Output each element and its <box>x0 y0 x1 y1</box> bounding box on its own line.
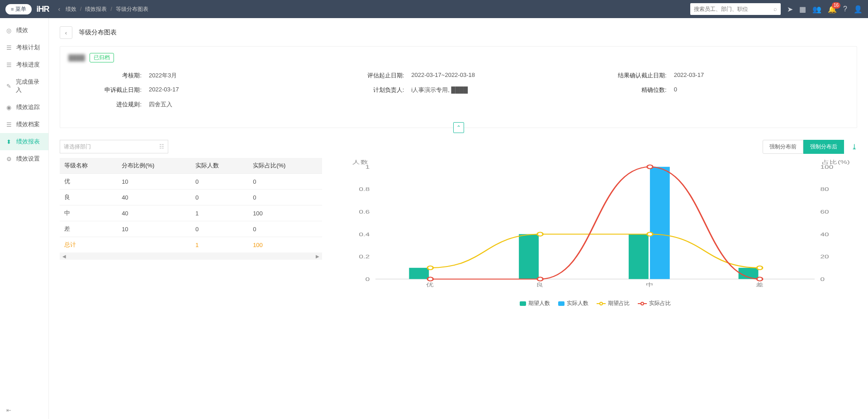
nav-icon: ◉ <box>6 104 13 111</box>
sidebar-item-label: 绩效档案 <box>16 120 40 129</box>
scroll-right-icon[interactable]: ▶ <box>316 254 319 259</box>
chart-point <box>427 266 433 270</box>
dept-select[interactable]: 请选择部门 ☷ <box>60 140 168 153</box>
qr-icon[interactable]: ▦ <box>799 5 806 14</box>
sidebar-item[interactable]: ☰绩效档案 <box>0 116 48 133</box>
sidebar-collapse-icon[interactable]: ⇤ <box>6 407 11 414</box>
tab-row: 强制分布前 强制分布后 ⤓ <box>333 140 857 154</box>
nav-icon: ☰ <box>6 44 13 51</box>
info-label: 结果确认截止日期: <box>603 71 667 80</box>
sidebar-item[interactable]: ☰考核计划 <box>0 39 48 56</box>
left-panel: 请选择部门 ☷ 等级名称分布比例(%)实际人数实际占比(%) 优1000良400… <box>60 140 322 307</box>
svg-text:0: 0 <box>365 276 370 282</box>
chart-point <box>757 266 763 270</box>
data-table: 等级名称分布比例(%)实际人数实际占比(%) 优1000良4000中401100… <box>60 158 322 252</box>
info-value: 2022-03-17 <box>149 86 179 94</box>
sidebar-item-label: 完成值录入 <box>16 78 42 94</box>
svg-text:0: 0 <box>821 276 825 282</box>
help-icon[interactable]: ? <box>843 5 847 13</box>
breadcrumb-item[interactable]: 绩效报表 <box>85 5 107 13</box>
sidebar-item-label: 考核计划 <box>16 43 40 52</box>
card-title-blur: ████ <box>68 54 85 61</box>
info-label: 精确位数: <box>603 86 667 94</box>
info-label: 申诉截止日期: <box>78 86 142 94</box>
svg-text:良: 良 <box>536 282 544 287</box>
legend-item[interactable]: 期望占比 <box>597 300 630 307</box>
menu-label: 菜单 <box>15 5 26 13</box>
search-input[interactable] <box>690 3 781 15</box>
table-row: 中401100 <box>60 205 322 221</box>
svg-text:100: 100 <box>821 164 834 170</box>
legend-swatch <box>520 301 526 306</box>
back-button[interactable]: ‹ <box>60 26 72 39</box>
scroll-left-icon[interactable]: ◀ <box>62 254 66 259</box>
nav-icon: ☰ <box>6 62 13 68</box>
user-icon[interactable]: 👤 <box>854 5 863 14</box>
table-header: 实际人数 <box>191 158 248 174</box>
breadcrumb: ‹ 绩效 / 绩效报表 / 等级分布图表 <box>58 5 148 13</box>
legend-swatch <box>558 301 564 306</box>
breadcrumb-item[interactable]: 绩效 <box>66 5 76 13</box>
breadcrumb-back-icon[interactable]: ‹ <box>58 5 60 13</box>
tree-icon: ☷ <box>159 143 164 150</box>
svg-text:20: 20 <box>821 254 829 259</box>
info-card: ████ 已归档 考核期:2022年3月申诉截止日期:2022-03-17进位规… <box>60 46 857 128</box>
info-label: 考核期: <box>78 71 142 80</box>
sidebar-item-label: 考核进度 <box>16 61 40 69</box>
breadcrumb-sep: / <box>80 6 81 12</box>
sidebar-item[interactable]: ✎完成值录入 <box>0 73 48 99</box>
svg-text:80: 80 <box>821 186 829 192</box>
nav-icon: ⚙ <box>6 156 13 162</box>
chart-point <box>537 277 543 281</box>
legend-item[interactable]: 实际人数 <box>558 300 588 307</box>
sidebar-item[interactable]: ⚙绩效设置 <box>0 150 48 167</box>
sidebar-item[interactable]: ☰考核进度 <box>0 56 48 73</box>
svg-text:优: 优 <box>427 282 435 287</box>
svg-text:0.8: 0.8 <box>359 186 370 192</box>
contacts-icon[interactable]: 👥 <box>812 5 821 14</box>
info-row: 评估起止日期:2022-03-17~2022-03-18 <box>341 71 576 80</box>
legend-item[interactable]: 期望人数 <box>520 300 550 307</box>
nav-icon: ◎ <box>6 27 13 34</box>
menu-icon: ≡ <box>11 6 14 12</box>
svg-text:0.4: 0.4 <box>359 231 370 237</box>
download-icon[interactable]: ⤓ <box>851 143 857 151</box>
info-row: 申诉截止日期:2022-03-17 <box>78 86 313 94</box>
sidebar-item[interactable]: ◎绩效 <box>0 22 48 39</box>
svg-point-20 <box>600 302 602 305</box>
info-row: 考核期:2022年3月 <box>78 71 313 80</box>
tab-after[interactable]: 强制分布后 <box>803 140 844 154</box>
chart-point <box>757 277 763 281</box>
chart-bar <box>409 268 429 279</box>
svg-text:0.6: 0.6 <box>359 209 370 214</box>
collapse-toggle[interactable]: ⌃ <box>453 122 464 133</box>
info-value: 2022年3月 <box>149 71 177 80</box>
logo: iHR <box>36 5 49 14</box>
svg-point-22 <box>641 302 644 305</box>
nav-icon: ⬍ <box>6 138 13 145</box>
page-title: 等级分布图表 <box>79 29 117 37</box>
sidebar: ◎绩效☰考核计划☰考核进度✎完成值录入◉绩效追踪☰绩效档案⬍绩效报表⚙绩效设置 … <box>0 18 49 419</box>
sidebar-item[interactable]: ◉绩效追踪 <box>0 99 48 116</box>
legend-label: 期望人数 <box>528 300 550 307</box>
info-label: 计划负责人: <box>341 86 404 94</box>
table-scrollbar[interactable]: ◀ ▶ <box>60 252 322 260</box>
legend-label: 实际占比 <box>649 300 671 307</box>
lower-section: 请选择部门 ☷ 等级名称分布比例(%)实际人数实际占比(%) 优1000良400… <box>60 140 857 307</box>
search-icon[interactable]: ⌕ <box>773 5 777 12</box>
legend-label: 期望占比 <box>608 300 630 307</box>
bell-icon[interactable]: 🔔16 <box>828 5 837 14</box>
cursor-icon[interactable]: ➤ <box>787 5 793 14</box>
info-label: 评估起止日期: <box>341 71 404 80</box>
table-header: 分布比例(%) <box>117 158 191 174</box>
legend-item[interactable]: 实际占比 <box>638 300 671 307</box>
sidebar-item[interactable]: ⬍绩效报表 <box>0 133 48 150</box>
dept-placeholder: 请选择部门 <box>64 143 91 151</box>
menu-button[interactable]: ≡ 菜单 <box>5 4 32 14</box>
tab-before[interactable]: 强制分布前 <box>763 140 803 154</box>
sidebar-item-label: 绩效报表 <box>16 138 40 146</box>
chart-bar <box>650 167 670 279</box>
right-panel: 强制分布前 强制分布后 ⤓ 人数占比(%)00.20.40.60.8102040… <box>333 140 857 307</box>
breadcrumb-item[interactable]: 等级分布图表 <box>116 5 148 13</box>
chart-bar <box>629 234 649 279</box>
